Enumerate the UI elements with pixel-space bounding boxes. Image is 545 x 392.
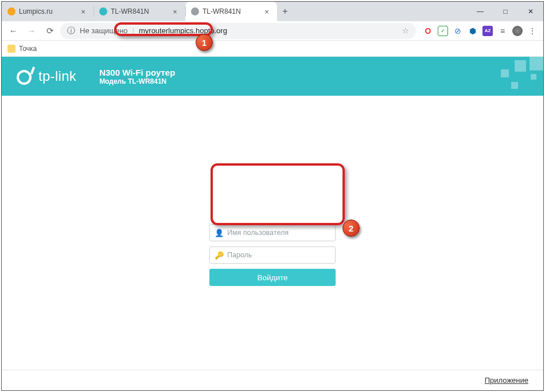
check-icon[interactable]: ✓ <box>438 26 448 36</box>
close-icon[interactable]: × <box>171 8 179 15</box>
reload-button[interactable]: ⟳ <box>42 23 58 39</box>
address-bar[interactable]: ⓘ Не защищено | myrouterlumpics.hopto.or… <box>60 23 416 39</box>
shield-icon[interactable]: ⊘ <box>453 26 463 36</box>
header-titles: N300 Wi-Fi роутер Модель TL-WR841N <box>99 68 175 85</box>
callout-badge-2: 2 <box>342 219 360 237</box>
info-icon: ⓘ <box>67 26 75 36</box>
tab-tlwr-2-active[interactable]: TL-WR841N × <box>185 2 277 21</box>
browser-toolbar: ← → ⟳ ⓘ Не защищено | myrouterlumpics.ho… <box>2 21 543 41</box>
back-button[interactable]: ← <box>5 23 21 39</box>
opera-icon[interactable]: O <box>423 26 433 36</box>
kebab-menu-icon[interactable]: ⋮ <box>527 26 538 36</box>
extension-icons: O ✓ ⊘ ⬢ AZ ≡ ⋮ <box>418 26 540 36</box>
url-text: myrouterlumpics.hopto.org <box>139 26 227 35</box>
product-title: N300 Wi-Fi роутер <box>99 68 175 77</box>
username-input[interactable] <box>227 229 330 237</box>
window-controls: — □ ✕ <box>468 2 543 21</box>
router-header: tp-link N300 Wi-Fi роутер Модель TL-WR84… <box>2 57 543 96</box>
tab-label: TL-WR841N <box>203 7 259 15</box>
tab-lumpics[interactable]: Lumpics.ru × <box>2 2 94 21</box>
folder-icon <box>7 45 15 53</box>
brand-text: tp-link <box>38 68 76 84</box>
minimize-button[interactable]: — <box>468 2 493 21</box>
forward-button[interactable]: → <box>24 23 40 39</box>
login-button[interactable]: Войдите <box>209 269 336 286</box>
close-window-button[interactable]: ✕ <box>518 2 543 21</box>
login-form: 👤 🔑 Войдите <box>209 224 336 286</box>
bookmark-star-icon[interactable]: ☆ <box>402 26 409 35</box>
page-footer: Приложение <box>2 370 543 390</box>
key-icon: 🔑 <box>215 251 223 260</box>
logo-mark-icon <box>17 66 36 86</box>
username-field-wrap: 👤 <box>209 224 336 241</box>
bookmarks-bar: Точка <box>2 41 543 57</box>
profile-avatar[interactable] <box>512 26 523 36</box>
cube-icon[interactable]: ⬢ <box>468 26 478 36</box>
header-decoration <box>463 57 543 96</box>
callout-badge-1: 1 <box>196 34 213 51</box>
favicon-lumpics <box>7 7 15 15</box>
tab-label: TL-WR841N <box>111 7 168 15</box>
browser-tabstrip: Lumpics.ru × TL-WR841N × TL-WR841N × + —… <box>2 2 543 21</box>
product-model: Модель TL-WR841N <box>99 77 175 85</box>
tab-tlwr-1[interactable]: TL-WR841N × <box>94 2 185 21</box>
close-icon[interactable]: × <box>263 8 271 15</box>
security-label: Не защищено <box>80 26 128 35</box>
user-icon: 👤 <box>215 229 223 237</box>
new-tab-button[interactable]: + <box>277 2 293 21</box>
close-icon[interactable]: × <box>79 8 87 15</box>
maximize-button[interactable]: □ <box>493 2 518 21</box>
password-field-wrap: 🔑 <box>209 246 336 264</box>
page-content: tp-link N300 Wi-Fi роутер Модель TL-WR84… <box>2 57 543 390</box>
favicon-globe <box>191 7 199 15</box>
tplink-logo: tp-link <box>17 66 76 86</box>
tab-label: Lumpics.ru <box>19 7 76 15</box>
bookmark-item[interactable]: Точка <box>19 45 37 53</box>
password-input[interactable] <box>227 251 330 259</box>
app-link[interactable]: Приложение <box>485 376 528 385</box>
favicon-tplink <box>99 7 107 15</box>
az-icon[interactable]: AZ <box>482 26 493 36</box>
reading-list-icon[interactable]: ≡ <box>497 26 508 36</box>
